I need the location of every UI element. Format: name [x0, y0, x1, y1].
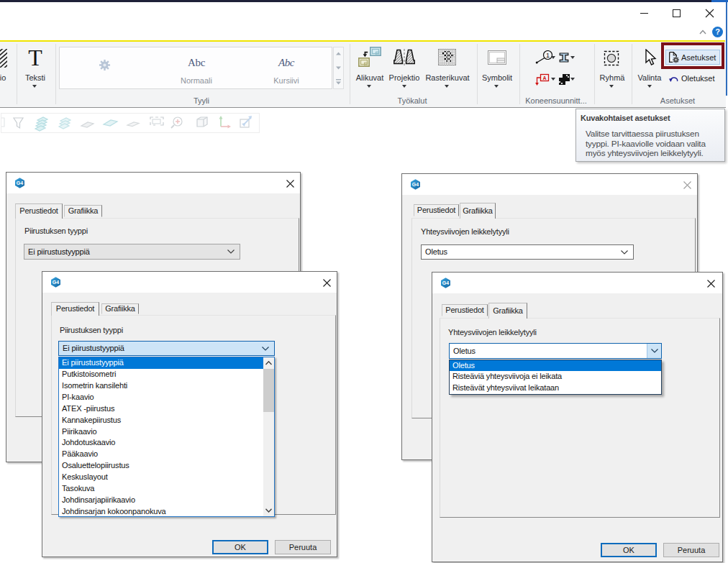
svg-text:G4: G4 [53, 280, 59, 285]
svg-text:G4: G4 [17, 180, 23, 186]
svg-text:1: 1 [546, 52, 550, 59]
svg-text:A: A [542, 75, 546, 81]
svg-text:G4: G4 [442, 280, 449, 285]
svg-text:G4: G4 [412, 182, 419, 187]
